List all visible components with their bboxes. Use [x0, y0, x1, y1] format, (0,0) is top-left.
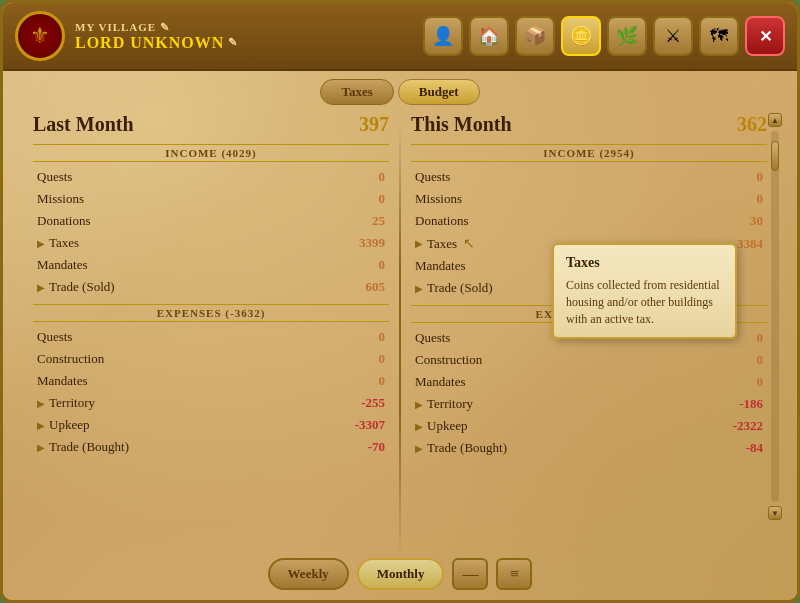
row-label: ▶ Trade (Sold): [415, 280, 493, 296]
village-info: MY VILLAGE ✎ LORD UNKNOWN ✎: [75, 21, 423, 52]
nav-chest-btn[interactable]: 📦: [515, 16, 555, 56]
row-label: Quests: [415, 330, 450, 346]
row-label: Donations: [37, 213, 90, 229]
this-month-title: This Month: [411, 113, 512, 136]
row-label: ▶ Taxes: [37, 235, 79, 251]
list-item: Donations 25: [33, 210, 389, 232]
list-item: Missions 0: [33, 188, 389, 210]
tooltip-text: Coins collected from residential housing…: [566, 277, 723, 327]
this-month-header: This Month 362: [411, 113, 767, 136]
monthly-button[interactable]: Monthly: [357, 558, 445, 590]
fleur-de-lis-icon: ⚜: [30, 23, 50, 49]
village-name-text: MY VILLAGE: [75, 21, 156, 33]
row-value: 0: [757, 169, 764, 185]
nav-person-btn[interactable]: 👤: [423, 16, 463, 56]
row-value: 0: [757, 191, 764, 207]
expand-arrow-icon[interactable]: ▶: [37, 398, 45, 409]
row-value: 25: [372, 213, 385, 229]
expand-arrow-icon[interactable]: ▶: [415, 421, 423, 432]
list-item: Construction 0: [411, 349, 767, 371]
taxes-tooltip: Taxes Coins collected from residential h…: [552, 243, 737, 339]
expand-arrow-icon[interactable]: ▶: [415, 238, 423, 249]
row-label: ▶ Trade (Sold): [37, 279, 115, 295]
nav-icons: 👤 🏠 📦 🪙 🌿 ⚔ 🗺 ✕: [423, 16, 785, 56]
row-label: ▶ Territory: [37, 395, 95, 411]
village-emblem: ⚜: [15, 11, 65, 61]
last-month-expenses-header: EXPENSES (-3632): [33, 304, 389, 322]
list-item: Mandates 0: [33, 254, 389, 276]
last-month-total: 397: [359, 113, 389, 136]
row-value: 0: [379, 257, 386, 273]
list-item: Mandates 0: [411, 371, 767, 393]
row-label: Construction: [415, 352, 482, 368]
tooltip-title: Taxes: [566, 255, 723, 271]
list-item[interactable]: ▶ Territory -255: [33, 392, 389, 414]
expand-arrow-icon[interactable]: ▶: [415, 443, 423, 454]
tab-taxes[interactable]: Taxes: [320, 79, 393, 105]
nav-sword-btn[interactable]: ⚔: [653, 16, 693, 56]
row-value: 0: [379, 169, 386, 185]
expand-arrow-icon[interactable]: ▶: [37, 442, 45, 453]
header: ⚜ MY VILLAGE ✎ LORD UNKNOWN ✎ 👤 🏠 📦 🪙 🌿 …: [3, 3, 797, 71]
list-item: Construction 0: [33, 348, 389, 370]
list-item[interactable]: ▶ Upkeep -3307: [33, 414, 389, 436]
list-view-button[interactable]: ≡: [496, 558, 532, 590]
nav-wreath-btn[interactable]: 🌿: [607, 16, 647, 56]
row-value: 3384: [737, 236, 763, 252]
nav-map-btn[interactable]: 🗺: [699, 16, 739, 56]
row-value: 0: [379, 373, 386, 389]
tab-bar: Taxes Budget: [3, 71, 797, 113]
list-item: Donations 30: [411, 210, 767, 232]
list-item[interactable]: ▶ Trade (Sold) 605: [33, 276, 389, 298]
row-value: 0: [379, 351, 386, 367]
expand-arrow-icon[interactable]: ▶: [415, 399, 423, 410]
edit-lord-icon[interactable]: ✎: [228, 36, 238, 49]
expand-arrow-icon[interactable]: ▶: [37, 238, 45, 249]
expand-arrow-icon[interactable]: ▶: [37, 282, 45, 293]
row-label: Donations: [415, 213, 468, 229]
lord-name: LORD UNKNOWN ✎: [75, 34, 423, 52]
row-label: Mandates: [415, 258, 466, 274]
row-label: ▶ Trade (Bought): [415, 440, 507, 456]
last-month-title: Last Month: [33, 113, 134, 136]
list-item[interactable]: ▶ Taxes 3399: [33, 232, 389, 254]
row-value: 0: [379, 329, 386, 345]
row-label: Quests: [415, 169, 450, 185]
row-label: Missions: [415, 191, 462, 207]
nav-house-btn[interactable]: 🏠: [469, 16, 509, 56]
row-label: ▶ Territory: [415, 396, 473, 412]
list-item[interactable]: ▶ Trade (Bought) -70: [33, 436, 389, 458]
village-name: MY VILLAGE ✎: [75, 21, 423, 34]
row-value: 0: [757, 374, 764, 390]
row-label: ▶ Upkeep: [415, 418, 467, 434]
last-month-income-header: INCOME (4029): [33, 144, 389, 162]
expand-arrow-icon[interactable]: ▶: [415, 283, 423, 294]
row-label: Mandates: [37, 257, 88, 273]
tab-budget[interactable]: Budget: [398, 79, 480, 105]
list-item: Quests 0: [33, 326, 389, 348]
list-item[interactable]: ▶ Territory -186: [411, 393, 767, 415]
list-item[interactable]: ▶ Trade (Bought) -84: [411, 437, 767, 459]
list-item[interactable]: ▶ Upkeep -2322: [411, 415, 767, 437]
row-label: Quests: [37, 329, 72, 345]
weekly-button[interactable]: Weekly: [268, 558, 349, 590]
row-value: 0: [757, 352, 764, 368]
edit-village-icon[interactable]: ✎: [160, 21, 170, 34]
row-value: -186: [739, 396, 763, 412]
row-label: Mandates: [415, 374, 466, 390]
nav-coin-btn[interactable]: 🪙: [561, 16, 601, 56]
row-value: -2322: [733, 418, 763, 434]
cursor-icon: ↖: [463, 235, 475, 252]
expand-arrow-icon[interactable]: ▶: [37, 420, 45, 431]
last-month-column: Last Month 397 INCOME (4029) Quests 0 Mi…: [23, 113, 399, 570]
row-value: -3307: [355, 417, 385, 433]
chart-view-button[interactable]: —: [452, 558, 488, 590]
this-month-column: This Month 362 INCOME (2954) Quests 0 Mi…: [401, 113, 777, 570]
row-label: ▶ Upkeep: [37, 417, 89, 433]
game-window: ⚜ MY VILLAGE ✎ LORD UNKNOWN ✎ 👤 🏠 📦 🪙 🌿 …: [0, 0, 800, 603]
list-item: Quests 0: [411, 166, 767, 188]
row-label: Mandates: [37, 373, 88, 389]
row-label: ▶ Taxes ↖: [415, 235, 475, 252]
row-value: -84: [746, 440, 763, 456]
close-button[interactable]: ✕: [745, 16, 785, 56]
